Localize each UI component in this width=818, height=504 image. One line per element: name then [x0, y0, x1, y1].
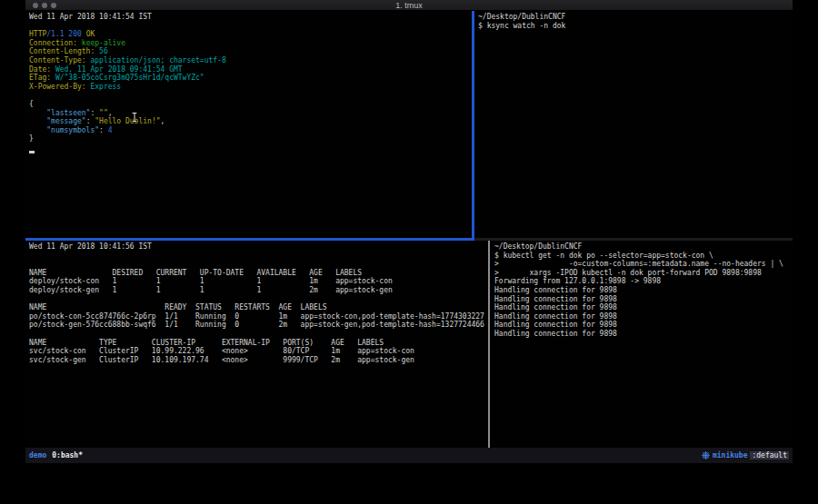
pane-kubectl-get[interactable]: Wed 11 Apr 2018 10:41:56 IST NAME DESIRE…	[25, 241, 488, 448]
terminal-line: HTTP/1.1 200 OK	[29, 30, 472, 39]
pane-divider-vertical-bottom[interactable]	[488, 241, 490, 448]
terminal-line: Content-Type: application/json; charset=…	[29, 56, 472, 65]
terminal-line: Forwarding from 127.0.0.1:9898 -> 9898	[494, 277, 793, 286]
kubernetes-helm-wheel-icon	[702, 451, 710, 460]
close-button[interactable]	[33, 3, 38, 8]
zoom-button[interactable]	[51, 3, 56, 8]
tmux-status-bar: demo 0:bash* minikube :default	[25, 448, 793, 463]
pane-ksync-watch[interactable]: ~/Desktop/DublinCNCF$ ksync watch -n dok	[474, 11, 793, 238]
terminal-line	[29, 252, 488, 261]
terminal-line	[29, 330, 488, 339]
terminal-line: deploy/stock-gen 1 1 1 1 2m app=stock-ge…	[29, 286, 488, 295]
terminal-line: Handling connection for 9898	[494, 321, 793, 330]
terminal-line: "message": "Hello Dublin!",	[29, 117, 472, 126]
pane-http-response[interactable]: Wed 11 Apr 2018 10:41:54 IST HTTP/1.1 20…	[25, 11, 472, 238]
window-titlebar[interactable]: 1. tmux	[25, 0, 793, 11]
desktop-background: 1. tmux Wed 11 Apr 2018 10:41:54 IST HTT…	[0, 0, 818, 504]
terminal-line: }	[29, 134, 472, 143]
terminal-line	[29, 295, 488, 304]
http-response-output: Wed 11 Apr 2018 10:41:54 IST HTTP/1.1 20…	[29, 13, 472, 143]
terminal-line: ~/Desktop/DublinCNCF	[494, 242, 793, 252]
terminal-line: NAME DESIRED CURRENT UP-TO-DATE AVAILABL…	[29, 269, 488, 278]
tmux-session: Wed 11 Apr 2018 10:41:54 IST HTTP/1.1 20…	[25, 11, 793, 448]
terminal-line: svc/stock-gen ClusterIP 10.109.197.74 <n…	[29, 356, 488, 365]
terminal-line: Content-Length: 56	[29, 47, 472, 56]
terminal-line: deploy/stock-con 1 1 1 1 1m app=stock-co…	[29, 277, 488, 286]
terminal-line: Wed 11 Apr 2018 10:41:56 IST	[29, 242, 488, 252]
terminal-line	[29, 22, 472, 31]
terminal-line: svc/stock-con ClusterIP 10.99.222.96 <no…	[29, 347, 488, 356]
terminal-line: Handling connection for 9898	[494, 303, 793, 312]
terminal-line: > xargs -IPOD kubectl -n dok port-forwar…	[494, 269, 793, 278]
terminal-line: po/stock-gen-576cc688bb-swqf6 1/1 Runnin…	[29, 321, 488, 330]
terminal-line: "lastseen": "",	[29, 109, 472, 118]
terminal-line: Wed 11 Apr 2018 10:41:54 IST	[29, 13, 472, 22]
terminal-cursor	[29, 151, 35, 153]
terminal-line: NAME TYPE CLUSTER-IP EXTERNAL-IP PORT(S)…	[29, 339, 488, 348]
session-name[interactable]: demo	[29, 451, 46, 460]
kube-namespace: :default	[750, 451, 789, 460]
terminal-line: ~/Desktop/DublinCNCF	[478, 13, 793, 22]
terminal-line: X-Powered-By: Express	[29, 83, 472, 92]
terminal-line: NAME READY STATUS RESTARTS AGE LABELS	[29, 303, 488, 312]
terminal-line: Connection: keep-alive	[29, 39, 472, 48]
terminal-line: Handling connection for 9898	[494, 330, 793, 339]
terminal-line	[29, 260, 488, 269]
kube-context: minikube	[713, 451, 748, 460]
terminal-window: 1. tmux Wed 11 Apr 2018 10:41:54 IST HTT…	[25, 0, 793, 463]
pane-port-forward[interactable]: ~/Desktop/DublinCNCF$ kubectl get -n dok…	[491, 241, 793, 448]
window-label-bash[interactable]: 0:bash*	[52, 451, 83, 460]
ksync-output: ~/Desktop/DublinCNCF$ ksync watch -n dok	[478, 13, 793, 30]
port-forward-output: ~/Desktop/DublinCNCF$ kubectl get -n dok…	[494, 242, 793, 339]
terminal-line: "numsymbols": 4	[29, 126, 472, 135]
terminal-line: $ ksync watch -n dok	[478, 22, 793, 31]
window-title: 1. tmux	[25, 0, 793, 11]
terminal-line: Handling connection for 9898	[494, 312, 793, 321]
terminal-line: po/stock-con-5cc874766c-2p6rp 1/1 Runnin…	[29, 312, 488, 321]
terminal-line	[29, 91, 472, 100]
terminal-line: Handling connection for 9898	[494, 286, 793, 295]
terminal-line: Handling connection for 9898	[494, 295, 793, 304]
terminal-line: ETag: W/"38-05coCsrg3mQ75sHr1d/qcWTwYZc"	[29, 74, 472, 83]
terminal-line: {	[29, 100, 472, 109]
mouse-cursor-ibeam-icon	[131, 112, 140, 123]
terminal-line: > -o=custom-columns=:metadata.name --no-…	[494, 260, 793, 269]
kubectl-get-output: Wed 11 Apr 2018 10:41:56 IST NAME DESIRE…	[29, 242, 488, 364]
terminal-line: Date: Wed, 11 Apr 2018 09:41:54 GMT	[29, 65, 472, 74]
minimize-button[interactable]	[42, 3, 47, 8]
terminal-line: $ kubectl get -n dok po --selector=app=s…	[494, 252, 793, 261]
